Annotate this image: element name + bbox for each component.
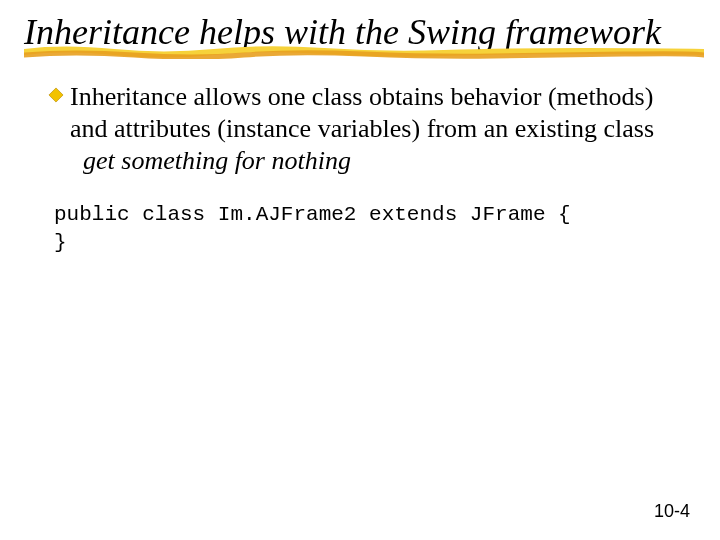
- title-block: Inheritance helps with the Swing framewo…: [24, 12, 696, 53]
- bullet-item: Inheritance allows one class obtains beh…: [48, 81, 688, 176]
- bullet-text: Inheritance allows one class obtains beh…: [70, 81, 688, 176]
- bullet-spacer: [70, 146, 83, 175]
- bullet-emphasis-text: get something for nothing: [83, 146, 351, 175]
- slide-title: Inheritance helps with the Swing framewo…: [24, 12, 696, 53]
- slide-body: Inheritance allows one class obtains beh…: [24, 71, 696, 257]
- code-block: public class Im.AJFrame2 extends JFrame …: [54, 201, 688, 258]
- code-line-1: public class Im.AJFrame2 extends JFrame …: [54, 203, 571, 226]
- slide: Inheritance helps with the Swing framewo…: [0, 0, 720, 540]
- diamond-bullet-icon: [48, 81, 70, 176]
- page-number: 10-4: [654, 501, 690, 522]
- code-line-2: }: [54, 231, 67, 254]
- bullet-main-text: Inheritance allows one class obtains beh…: [70, 82, 654, 143]
- svg-rect-0: [49, 88, 63, 102]
